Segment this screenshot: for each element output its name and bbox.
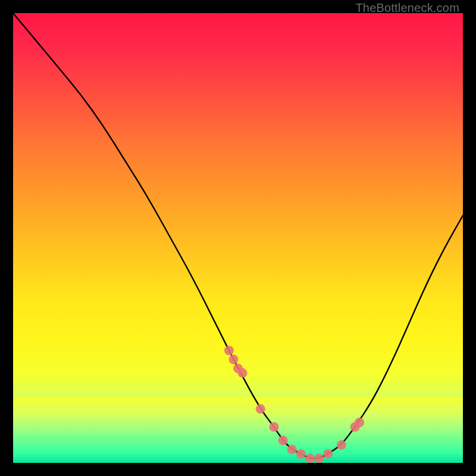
chart-container: TheBottleneck.com <box>0 0 476 476</box>
marker-point <box>323 449 333 459</box>
marker-point <box>305 453 315 463</box>
chart-svg <box>13 13 463 463</box>
chart-curve <box>13 13 463 458</box>
marker-point <box>224 346 234 355</box>
marker-point <box>256 404 265 414</box>
marker-point <box>314 453 324 463</box>
marker-point <box>337 440 346 450</box>
marker-point <box>238 368 248 378</box>
marker-point <box>270 422 279 432</box>
marker-point <box>287 444 297 454</box>
marker-point <box>228 355 238 364</box>
marker-point <box>355 418 364 427</box>
marker-point <box>278 436 288 445</box>
marker-point <box>296 449 306 459</box>
chart-markers <box>224 346 364 463</box>
plot-area <box>13 13 463 463</box>
